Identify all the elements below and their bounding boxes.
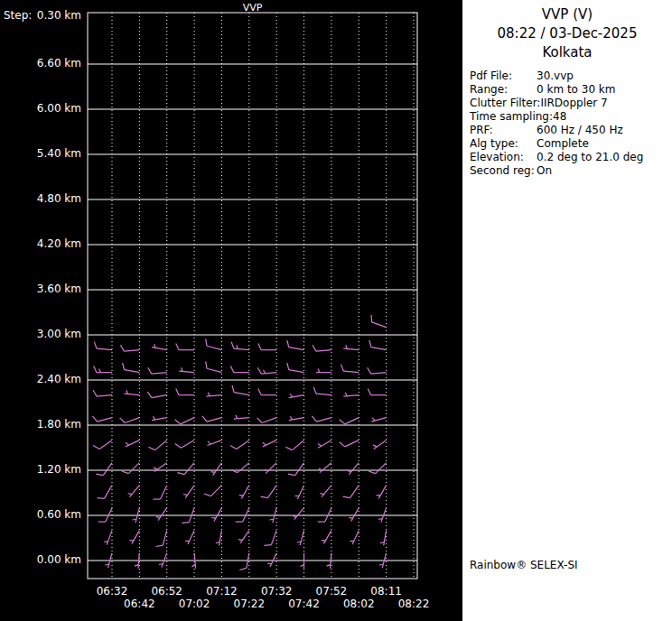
info-label: Range: <box>470 83 537 97</box>
y-axis-label: 0.00 km <box>0 553 81 566</box>
x-axis-label: 07:02 <box>171 598 218 610</box>
x-axis-label: 08:11 <box>363 585 410 598</box>
info-panel: VVP (V) 08:22 / 03-Dec-2025 Kolkata Pdf … <box>462 0 672 621</box>
x-axis-label: 06:52 <box>144 585 191 598</box>
y-axis-label: 4.80 km <box>0 192 81 205</box>
info-label: Elevation: <box>470 151 537 164</box>
panel-datetime: 08:22 / 03-Dec-2025 <box>462 25 672 42</box>
info-row: Range:0 km to 30 km <box>470 83 672 97</box>
info-row: PRF:600 Hz / 450 Hz <box>470 124 672 137</box>
info-label: Alg type: <box>470 137 537 151</box>
x-axis-label: 06:32 <box>89 585 135 598</box>
info-value: IIRDoppler 7 <box>540 97 607 109</box>
x-axis-label: 07:42 <box>281 598 328 610</box>
info-row: Elevation:0.2 deg to 21.0 deg <box>470 151 672 164</box>
info-row: Clutter Filter:IIRDoppler 7 <box>470 97 672 110</box>
wind-profile-chart <box>0 0 462 621</box>
x-axis-label: 07:12 <box>198 585 245 598</box>
info-value: 0.2 deg to 21.0 deg <box>537 151 643 163</box>
y-axis-label: 4.20 km <box>0 237 81 250</box>
y-axis-label: 6.00 km <box>0 102 81 115</box>
vvp-app-window: VVP Step: 0.30 km 6.60 km6.00 km5.40 km4… <box>0 0 672 621</box>
info-rows: Pdf File:30.vvp Range:0 km to 30 km Clut… <box>470 70 672 178</box>
info-row: Alg type:Complete <box>470 137 672 151</box>
info-row: Pdf File:30.vvp <box>470 70 672 83</box>
x-axis-label: 08:02 <box>335 598 382 610</box>
brand-footer: Rainbow® SELEX-SI <box>470 559 578 571</box>
y-axis-label: 3.60 km <box>0 283 81 295</box>
panel-site: Kolkata <box>462 44 672 60</box>
y-axis-label: 1.80 km <box>0 418 81 431</box>
info-value: 30.vvp <box>537 70 574 82</box>
info-value: 0 km to 30 km <box>537 83 616 96</box>
x-axis-label: 07:32 <box>253 585 300 598</box>
panel-title: VVP (V) <box>462 6 672 23</box>
info-label: Second reg: <box>470 164 537 178</box>
info-label: Clutter Filter: <box>470 97 540 110</box>
y-axis-label: 3.00 km <box>0 328 81 340</box>
y-axis-label: 6.60 km <box>0 57 81 70</box>
y-axis-label: 1.20 km <box>0 463 81 476</box>
y-axis-label: 2.40 km <box>0 373 81 385</box>
info-label: Pdf File: <box>470 70 537 83</box>
y-axis-label: 5.40 km <box>0 147 81 160</box>
info-row: Time sampling:48 <box>470 110 672 124</box>
x-axis-label: 07:52 <box>308 585 355 598</box>
info-value: On <box>537 164 552 177</box>
info-value: 600 Hz / 450 Hz <box>537 124 623 136</box>
info-row: Second reg:On <box>470 164 672 178</box>
info-value: Complete <box>537 137 589 150</box>
x-axis-label: 08:22 <box>390 598 437 610</box>
x-axis-label: 06:42 <box>116 598 163 610</box>
info-label: Time sampling: <box>470 110 553 124</box>
info-label: PRF: <box>470 124 537 137</box>
info-value: 48 <box>553 110 566 123</box>
x-axis-label: 07:22 <box>226 598 273 610</box>
y-axis-label: 0.60 km <box>0 508 81 521</box>
